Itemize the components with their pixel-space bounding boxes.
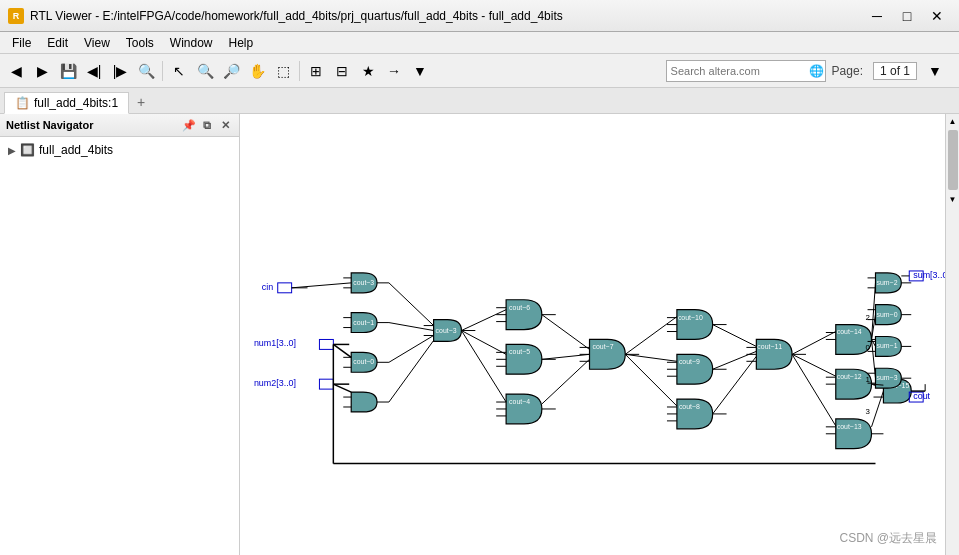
menubar: File Edit View Tools Window Help — [0, 32, 959, 54]
menu-window[interactable]: Window — [162, 34, 221, 52]
svg-text:cout~6: cout~6 — [509, 304, 530, 311]
add-tab-button[interactable]: + — [129, 91, 153, 113]
separator-2 — [299, 61, 300, 81]
netlist-header: Netlist Navigator 📌 ⧉ ✕ — [0, 114, 239, 137]
svg-text:cout~10: cout~10 — [678, 314, 703, 321]
svg-text:cout~3: cout~3 — [436, 327, 457, 334]
schematic-diagram: cin num1[3..0] num2[3..0] cout~3 — [240, 114, 945, 555]
menu-view[interactable]: View — [76, 34, 118, 52]
scroll-thumb[interactable] — [948, 130, 958, 190]
netlist-dock-button[interactable]: ⧉ — [199, 117, 215, 133]
svg-text:sum~0: sum~0 — [876, 311, 897, 318]
tree-module-icon: 🔲 — [20, 143, 35, 157]
svg-text:cin: cin — [262, 282, 273, 292]
tab-bar: 📋 full_add_4bits:1 + — [0, 88, 959, 114]
search-icon: 🌐 — [809, 64, 824, 78]
scroll-up-arrow[interactable]: ▲ — [946, 114, 960, 128]
menu-edit[interactable]: Edit — [39, 34, 76, 52]
svg-text:sum~3: sum~3 — [876, 374, 897, 381]
svg-text:cout~1: cout~1 — [353, 319, 374, 326]
titlebar: R RTL Viewer - E:/intelFPGA/code/homewor… — [0, 0, 959, 32]
svg-text:cout~4: cout~4 — [509, 398, 530, 405]
scroll-down-arrow[interactable]: ▼ — [946, 192, 960, 206]
zoom-out-button[interactable]: 🔎 — [219, 59, 243, 83]
back-button[interactable]: ◀ — [4, 59, 28, 83]
search-box[interactable]: 🌐 — [666, 60, 826, 82]
tab-label: full_add_4bits:1 — [34, 96, 118, 110]
menu-tools[interactable]: Tools — [118, 34, 162, 52]
svg-text:3: 3 — [866, 407, 871, 416]
watermark: CSDN @远去星晨 — [839, 530, 937, 547]
netlist-title: Netlist Navigator — [6, 119, 93, 131]
prev-page-button[interactable]: ◀| — [82, 59, 106, 83]
find-button[interactable]: 🔍 — [134, 59, 158, 83]
svg-text:sum~2: sum~2 — [876, 279, 897, 286]
svg-text:sum~1: sum~1 — [876, 342, 897, 349]
svg-text:cout~14: cout~14 — [837, 329, 862, 336]
zoom-in-button[interactable]: 🔍 — [193, 59, 217, 83]
netlist-close-button[interactable]: ✕ — [217, 117, 233, 133]
main-area: Netlist Navigator 📌 ⧉ ✕ ▶ 🔲 full_add_4bi… — [0, 114, 959, 555]
svg-text:cout~11: cout~11 — [757, 343, 782, 350]
svg-text:cout~8: cout~8 — [679, 403, 700, 410]
separator-1 — [162, 61, 163, 81]
save-button[interactable]: 💾 — [56, 59, 80, 83]
toolbar-right: 🌐 Page: 1 of 1 ▼ — [666, 59, 955, 83]
svg-text:cout~7: cout~7 — [593, 343, 614, 350]
app-icon: R — [8, 8, 24, 24]
svg-text:cout~3: cout~3 — [353, 279, 374, 286]
close-button[interactable]: ✕ — [923, 5, 951, 27]
marquee-button[interactable]: ⬚ — [271, 59, 295, 83]
tree-expand-arrow[interactable]: ▶ — [8, 145, 16, 156]
svg-text:cout~9: cout~9 — [679, 358, 700, 365]
main-tab[interactable]: 📋 full_add_4bits:1 — [4, 92, 129, 114]
svg-text:num1[3..0]: num1[3..0] — [254, 338, 296, 348]
svg-text:cout~0: cout~0 — [353, 358, 374, 365]
window-controls: ─ □ ✕ — [863, 5, 951, 27]
svg-text:cout~12: cout~12 — [837, 373, 862, 380]
route-button[interactable]: → — [382, 59, 406, 83]
next-page-button[interactable]: |▶ — [108, 59, 132, 83]
netlist-header-left: Netlist Navigator — [6, 119, 93, 131]
titlebar-title: RTL Viewer - E:/intelFPGA/code/homework/… — [30, 9, 563, 23]
menu-help[interactable]: Help — [221, 34, 262, 52]
tree-root-label: full_add_4bits — [39, 143, 113, 157]
forward-button[interactable]: ▶ — [30, 59, 54, 83]
minimize-button[interactable]: ─ — [863, 5, 891, 27]
toolbar: ◀ ▶ 💾 ◀| |▶ 🔍 ↖ 🔍 🔎 ✋ ⬚ ⊞ ⊟ ★ → ▼ 🌐 Page… — [0, 54, 959, 88]
svg-text:num2[3..0]: num2[3..0] — [254, 378, 296, 388]
menu-file[interactable]: File — [4, 34, 39, 52]
collapse-button[interactable]: ⊟ — [330, 59, 354, 83]
svg-text:cout~5: cout~5 — [509, 348, 530, 355]
search-input[interactable] — [671, 65, 809, 77]
page-value: 1 of 1 — [873, 62, 917, 80]
schematic-canvas[interactable]: cin num1[3..0] num2[3..0] cout~3 — [240, 114, 945, 555]
titlebar-left: R RTL Viewer - E:/intelFPGA/code/homewor… — [8, 8, 563, 24]
pan-button[interactable]: ✋ — [245, 59, 269, 83]
svg-text:1: 1 — [866, 375, 871, 384]
svg-text:0: 0 — [866, 343, 871, 352]
tree-root-item[interactable]: ▶ 🔲 full_add_4bits — [4, 141, 235, 159]
svg-text:cout~13: cout~13 — [837, 423, 862, 430]
netlist-header-icons: 📌 ⧉ ✕ — [181, 117, 233, 133]
vertical-scrollbar[interactable]: ▲ ▼ — [945, 114, 959, 555]
page-label: Page: — [832, 64, 863, 78]
select-button[interactable]: ↖ — [167, 59, 191, 83]
page-dropdown-button[interactable]: ▼ — [923, 59, 947, 83]
maximize-button[interactable]: □ — [893, 5, 921, 27]
netlist-panel: Netlist Navigator 📌 ⧉ ✕ ▶ 🔲 full_add_4bi… — [0, 114, 240, 555]
netlist-pin-button[interactable]: 📌 — [181, 117, 197, 133]
svg-text:2: 2 — [866, 313, 871, 322]
highlight-button[interactable]: ★ — [356, 59, 380, 83]
expand-button[interactable]: ⊞ — [304, 59, 328, 83]
tab-icon: 📋 — [15, 96, 30, 110]
filter-button[interactable]: ▼ — [408, 59, 432, 83]
netlist-tree: ▶ 🔲 full_add_4bits — [0, 137, 239, 163]
